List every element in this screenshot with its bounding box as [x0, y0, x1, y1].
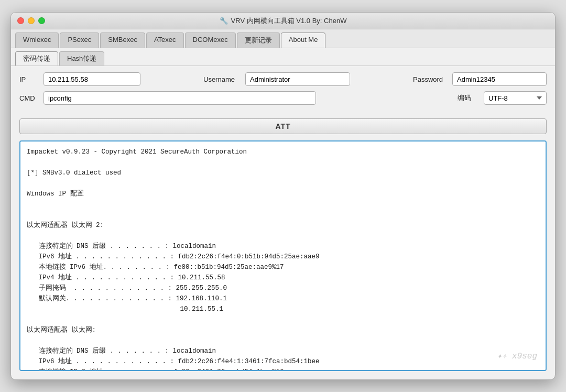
tab-dcomexec[interactable]: DCOMexec	[185, 32, 236, 48]
password-input[interactable]	[452, 72, 547, 86]
username-input[interactable]	[245, 72, 350, 86]
sub-tab-bar: 密码传递 Hash传递	[11, 48, 555, 66]
output-line: 以太网适配器 以太网 2:	[27, 220, 539, 231]
output-line	[27, 199, 539, 210]
tab-psexec[interactable]: PSexec	[60, 32, 99, 48]
output-line: Impacket v0.9.23 - Copyright 2021 Secure…	[27, 147, 539, 157]
watermark: ✦✧ x9seg	[497, 350, 537, 364]
tab-atexec[interactable]: ATexec	[146, 32, 184, 48]
tab-password[interactable]: 密码传递	[15, 51, 58, 66]
output-line	[27, 231, 539, 241]
window-title: 🔧 VRV 内网横向工具箱 V1.0 By: ChenW	[220, 16, 347, 26]
titlebar: 🔧 VRV 内网横向工具箱 V1.0 By: ChenW	[11, 13, 555, 29]
tab-smbexec[interactable]: SMBexec	[100, 32, 145, 48]
output-line: IPv4 地址 . . . . . . . . . . . . : 10.211…	[27, 273, 539, 283]
form-row-1: IP Username Password	[19, 72, 547, 86]
minimize-button[interactable]	[28, 17, 35, 24]
tab-about-me[interactable]: About Me	[281, 32, 326, 48]
output-content: Impacket v0.9.23 - Copyright 2021 Secure…	[27, 147, 539, 371]
username-label: Username	[203, 75, 240, 83]
output-line: 连接特定的 DNS 后缀 . . . . . . . : localdomain	[27, 346, 539, 356]
tab-wmiexec[interactable]: Wmiexec	[15, 32, 59, 48]
form-row-2: CMD 编码 UTF-8 GBK GB2312	[19, 91, 547, 105]
output-line: IPv6 地址 . . . . . . . . . . . . : fdb2:2…	[27, 252, 539, 262]
password-label: Password	[413, 75, 447, 83]
form-section: IP Username Password CMD 编码 UTF-8 GBK GB…	[11, 66, 555, 116]
cmd-input[interactable]	[43, 91, 316, 105]
att-button[interactable]: ATT	[19, 118, 547, 134]
tab-update[interactable]: 更新记录	[237, 32, 280, 48]
output-line	[27, 157, 539, 168]
output-area[interactable]: Impacket v0.9.23 - Copyright 2021 Secure…	[19, 140, 547, 371]
traffic-lights	[17, 17, 45, 24]
encoding-select[interactable]: UTF-8 GBK GB2312	[484, 91, 547, 105]
cmd-label: CMD	[19, 94, 38, 102]
output-line: IPv6 地址 . . . . . . . . . . . . : fdb2:2…	[27, 356, 539, 367]
output-line: 默认网关. . . . . . . . . . . . . : 192.168.…	[27, 293, 539, 304]
main-tab-bar: Wmiexec PSexec SMBexec ATexec DCOMexec 更…	[11, 29, 555, 48]
tab-hash[interactable]: Hash传递	[59, 51, 104, 66]
output-line	[27, 178, 539, 189]
output-line: 以太网适配器 以太网:	[27, 325, 539, 335]
close-button[interactable]	[17, 17, 24, 24]
output-line	[27, 314, 539, 325]
ip-input[interactable]	[43, 72, 140, 86]
output-line: [*] SMBv3.0 dialect used	[27, 168, 539, 178]
ip-label: IP	[19, 75, 38, 83]
app-window: 🔧 VRV 内网横向工具箱 V1.0 By: ChenW Wmiexec PSe…	[10, 12, 556, 380]
maximize-button[interactable]	[38, 17, 45, 24]
output-line: 10.211.55.1	[27, 304, 539, 314]
output-line	[27, 335, 539, 346]
output-line: 本地链接 IPv6 地址. . . . . . . . : fe80::3461…	[27, 367, 539, 371]
output-line: 本地链接 IPv6 地址. . . . . . . . : fe80::b51b…	[27, 262, 539, 273]
output-line: 连接特定的 DNS 后缀 . . . . . . . : localdomain	[27, 241, 539, 252]
output-line: 子网掩码 . . . . . . . . . . . . : 255.255.2…	[27, 283, 539, 293]
output-line	[27, 210, 539, 220]
title-icon: 🔧	[220, 17, 228, 25]
output-line: Windows IP 配置	[27, 189, 539, 199]
encoding-label: 编码	[458, 93, 478, 103]
